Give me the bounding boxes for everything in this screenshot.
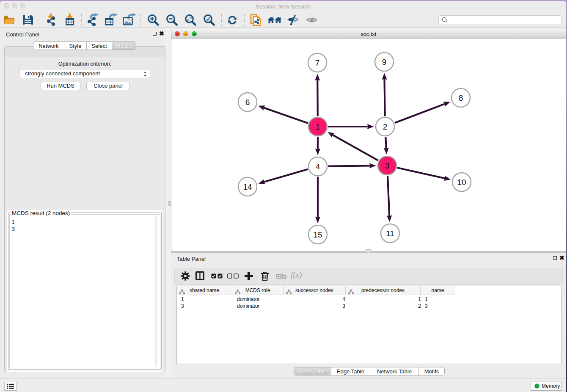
svg-text:1: 1	[316, 122, 320, 131]
svg-text:11: 11	[386, 229, 394, 238]
svg-text:8: 8	[459, 94, 463, 102]
svg-text:2: 2	[383, 122, 388, 131]
svg-text:14: 14	[243, 182, 252, 191]
svg-text:15: 15	[313, 230, 322, 239]
svg-text:10: 10	[457, 178, 466, 187]
svg-text:3: 3	[385, 161, 390, 170]
svg-text:6: 6	[245, 98, 250, 107]
svg-text:7: 7	[315, 58, 320, 67]
svg-text:4: 4	[316, 162, 320, 171]
svg-text:9: 9	[382, 58, 387, 66]
